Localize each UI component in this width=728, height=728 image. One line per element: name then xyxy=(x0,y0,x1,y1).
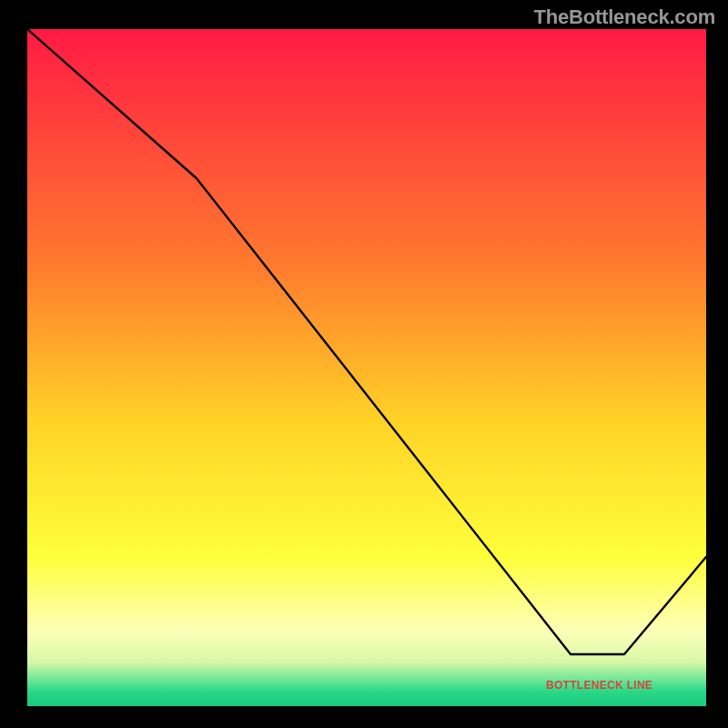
gradient-background xyxy=(27,29,706,706)
plot-area: BOTTLENECK LINE xyxy=(27,29,706,706)
watermark-text: TheBottleneck.com xyxy=(533,5,715,29)
chart-container: TheBottleneck.com BOTTLENECK LINE xyxy=(0,0,728,728)
bottleneck-marker-label: BOTTLENECK LINE xyxy=(546,679,652,692)
chart-svg xyxy=(27,29,706,706)
